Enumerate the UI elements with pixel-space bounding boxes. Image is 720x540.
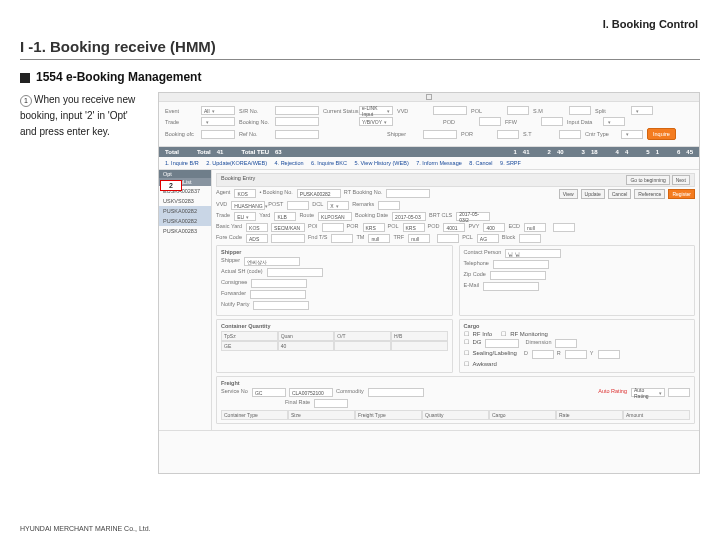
menu-update[interactable]: 2. Update(KOREA/WEB): [206, 160, 267, 166]
left-grid: Opt BookingList EUSKA002837 USKVS0283 PU…: [159, 170, 212, 430]
table-row[interactable]: USKVS0283: [159, 196, 211, 206]
menu-viewhistory[interactable]: 5. View History (WEB): [354, 160, 408, 166]
vvd-input[interactable]: [433, 106, 467, 115]
pod-input[interactable]: [479, 117, 501, 126]
sm-input[interactable]: [569, 106, 591, 115]
next-button[interactable]: Next: [672, 175, 690, 185]
por-input[interactable]: [497, 130, 519, 139]
menu-cancel[interactable]: 8. Cancel: [469, 160, 492, 166]
pol-input[interactable]: [507, 106, 529, 115]
section-title: I -1. Booking receive (HMM): [20, 38, 700, 55]
opt-callout: 2: [160, 180, 182, 191]
container-qty-box: Container Quantity TpSzQuanO/TH/B GE40: [216, 319, 453, 373]
cargo-box: Cargo ☐RF Info☐RF Monitoring ☐DGDimensio…: [459, 319, 696, 373]
split-select[interactable]: [631, 106, 653, 115]
footer-company: HYUNDAI MERCHANT MARINE Co., Ltd.: [20, 525, 151, 532]
table-row[interactable]: PUSKA00283: [159, 226, 211, 236]
shipper-box: Shipper Shipper엔씨상사 Actual SH (code) Con…: [216, 245, 453, 316]
goto-beginning-button[interactable]: Go to beginning: [626, 175, 669, 185]
menu-inquirebkc[interactable]: 6. Inquire BKC: [311, 160, 347, 166]
chapter-label: I. Booking Control: [603, 18, 698, 30]
window-titlebar: [159, 93, 699, 102]
inputdata-select[interactable]: [603, 117, 625, 126]
bookingno-input[interactable]: [275, 117, 319, 126]
totals-bar: Total Total41 Total TEU63 141 240 318 44…: [159, 147, 699, 157]
status-select[interactable]: e-LINK Input: [359, 106, 393, 115]
filter-panel: EventAll S/R No. Current Statuse-LINK In…: [159, 102, 699, 147]
empty-select[interactable]: Y/B/VOY: [359, 117, 393, 126]
close-icon[interactable]: [426, 94, 432, 100]
bookingofc-input[interactable]: [201, 130, 235, 139]
menu-inform[interactable]: 7. Inform Message: [416, 160, 462, 166]
shipper-input[interactable]: [423, 130, 457, 139]
st-input[interactable]: [559, 130, 581, 139]
menu-srpf[interactable]: 9. SRPF: [500, 160, 521, 166]
inquire-button[interactable]: Inquire: [647, 128, 676, 140]
instruction-text: 1When you receive new booking, input '2'…: [20, 92, 148, 474]
subheading: 1554 e-Booking Management: [20, 70, 700, 84]
srno-input[interactable]: [275, 106, 319, 115]
register-button[interactable]: Register: [668, 189, 695, 199]
freight-box: Freight Service NoGC CLA00752100 Commodi…: [216, 376, 695, 424]
menu-inquire[interactable]: 1. Inquire B/R: [165, 160, 199, 166]
app-screenshot: EventAll S/R No. Current Statuse-LINK In…: [158, 92, 700, 474]
refno-input[interactable]: [275, 130, 319, 139]
action-menu: 1. Inquire B/R 2. Update(KOREA/WEB) 4. R…: [159, 157, 699, 170]
detail-panel: Booking Entry Go to beginning Next Agent…: [212, 170, 699, 430]
contact-box: Contact Person님 님 Telephone Zip Code E-M…: [459, 245, 696, 316]
event-select[interactable]: All: [201, 106, 235, 115]
ffw-input[interactable]: [541, 117, 563, 126]
trade-select[interactable]: [201, 117, 235, 126]
cntrtype-select[interactable]: [621, 130, 643, 139]
divider: [20, 59, 700, 60]
table-row[interactable]: PUSKA00282: [159, 206, 211, 216]
menu-rejection[interactable]: 4. Rejection: [275, 160, 304, 166]
table-row[interactable]: PUSKA00282: [159, 216, 211, 226]
